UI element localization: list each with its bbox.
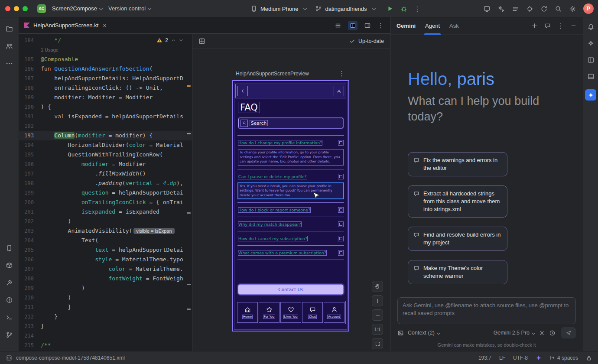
code-line[interactable]: 190) { [19,102,192,112]
suggestion-card[interactable]: Make my Theme's color scheme warmer [408,260,507,284]
ai-actions-icon[interactable] [497,5,505,13]
branch-selector[interactable]: datingandfriends [315,5,375,12]
nav-item-account[interactable]: Account [324,302,344,322]
new-chat-icon[interactable] [531,23,538,29]
ai-status-spark-icon[interactable] [536,355,542,361]
expand-toggle-icon[interactable] [338,250,343,255]
terminal-icon[interactable] [3,311,16,323]
editor-tab[interactable]: HelpAndSupportScreen.kt × [19,17,112,33]
code-line[interactable]: 188 onTrailingIconClick: () -> Unit, [19,83,192,93]
settings-icon[interactable] [569,5,576,13]
gemini-tool-window-button[interactable] [585,89,596,101]
code-line[interactable]: 193 Column(modifier = modifier) { [19,131,192,140]
code-line[interactable]: 189 modifier: Modifier = Modifier [19,93,192,102]
preview-options-kebab[interactable]: ⋮ [338,70,345,77]
code-line[interactable]: 207 color = MaterialTheme. [19,264,192,274]
sync-icon[interactable] [540,5,548,13]
code-line[interactable]: 211 } [19,302,192,312]
attach-context-icon[interactable] [397,330,404,336]
zoom-out-button[interactable] [372,309,383,321]
faq-question-row[interactable]: What comes with a premium subscription? [237,246,344,260]
zoom-fit-button[interactable] [372,338,383,349]
version-control-icon[interactable] [3,328,16,341]
code-line[interactable]: 199 question = helpAndSupportDetai [19,188,192,198]
code-line[interactable]: 212 } [19,312,192,322]
zoom-in-button[interactable] [372,295,383,306]
collaborators-icon[interactable] [3,40,16,52]
gemini-settings-icon[interactable] [539,330,545,336]
close-window-button[interactable] [5,6,10,11]
more-tool-windows-icon[interactable] [3,57,16,69]
project-selector[interactable]: Screen2Compose [52,5,102,12]
layout-inspector-icon[interactable] [587,56,595,64]
prev-issue-icon[interactable] [171,38,176,43]
code-line[interactable]: 209 ) [19,283,192,293]
hide-panel-icon[interactable] [570,23,577,29]
split-editor-icon[interactable] [348,21,358,30]
back-button[interactable] [238,86,247,96]
device-mirroring-icon[interactable] [483,5,491,13]
nav-item-chat[interactable]: Chat [302,302,322,322]
preview-name-label[interactable]: HelpAndSupportScreenPreview [236,71,309,77]
code-line[interactable]: 203 AnimatedVisibility(visible = isExpan [19,226,192,236]
caret-position[interactable]: 193:7 [478,355,491,361]
vcs-menu[interactable]: Version control [108,5,151,12]
preview-grid-icon[interactable] [198,38,205,45]
expand-toggle-icon[interactable] [338,236,343,241]
code-line[interactable]: 206 style = MaterialTheme.typo [19,255,192,264]
contact-us-button[interactable]: Contact Us [238,285,343,294]
task-list-icon[interactable] [512,5,519,13]
code-line[interactable]: 201 isExpanded = isExpanded [19,207,192,217]
suggestion-card[interactable]: Fix the warnings and errors in the edito… [408,152,507,176]
faq-question-row[interactable]: Can I pause or delete my profile? [237,169,344,183]
nav-item-likes-you[interactable]: Likes You [281,302,301,322]
profiler-icon[interactable] [526,5,533,13]
code-line[interactable]: 195 QuestionWithTrailingIconRow( [19,150,192,159]
faq-question-row[interactable]: How do I block or report someone? [237,203,344,217]
suggestion-card[interactable]: Extract all hardcoded strings from this … [408,185,507,218]
code-line[interactable]: 215/** [19,341,192,350]
code-line[interactable]: 196 modifier = Modifier [19,159,192,169]
zoom-window-button[interactable] [23,6,28,11]
code-line[interactable]: 1 Usage [19,45,192,55]
resource-manager-icon[interactable] [3,259,16,271]
profile-avatar[interactable]: P [583,3,594,14]
gemini-prompt-input[interactable] [397,297,576,324]
code-line[interactable]: 214 [19,331,192,341]
compose-preview-phone[interactable]: FAQ Search How do I change my profile in… [232,80,349,332]
faq-question-row[interactable]: Why did my match disappear? [237,217,344,231]
device-selector[interactable]: Medium Phone [250,5,306,12]
code-line[interactable]: 213} [19,322,192,331]
lock-icon[interactable] [586,355,592,361]
code-line[interactable]: 204 Text( [19,236,192,245]
code-line[interactable]: 186fun QuestionAndAnswerInfoSection( [19,64,192,74]
search-icon[interactable] [555,5,562,13]
close-tab-icon[interactable]: × [103,22,106,29]
code-line[interactable]: 198 .padding(vertical = 4.dp), [19,179,192,188]
faq-question-row[interactable]: How do I cancel my subscription? [237,231,344,245]
debug-button[interactable] [400,5,407,12]
code-line[interactable]: 208 fontWeight = FontWeigh [19,274,192,283]
ai-spark-icon[interactable] [587,40,595,47]
preview-layout-icon[interactable] [364,22,371,29]
code-line[interactable]: 205 text = helpAndSupportDetai [19,245,192,255]
code-editor[interactable]: 184 */1 Usage185@Composable186fun Questi… [19,34,192,351]
file-encoding[interactable]: UTF-8 [513,355,528,361]
code-line[interactable]: 202 ) [19,217,192,226]
problems-icon[interactable] [3,294,16,306]
gemini-options-kebab[interactable]: ⋮ [557,23,564,29]
code-line[interactable]: 194 HorizontalDivider(color = Material [19,140,192,150]
code-line[interactable]: 187 helpAndSupportDetails: HelpAndSuppor… [19,74,192,83]
expand-toggle-icon[interactable] [338,208,343,212]
assistant-panel-icon[interactable] [587,73,595,80]
tab-agent[interactable]: Agent [425,17,440,35]
history-icon[interactable] [549,330,556,336]
faq-search-field[interactable]: Search [238,118,343,128]
suggestion-card[interactable]: Find and resolve build errors in my proj… [408,227,507,251]
inspections-widget[interactable]: 2 [154,36,186,44]
expand-toggle-icon[interactable] [338,140,343,145]
code-line[interactable]: 200 onTrailingIconClick = { onTrai [19,198,192,207]
model-selector[interactable]: Gemini 2.5 Pro [494,330,535,336]
line-separator[interactable]: LF [499,355,505,361]
nav-item-home[interactable]: Home [237,302,257,322]
